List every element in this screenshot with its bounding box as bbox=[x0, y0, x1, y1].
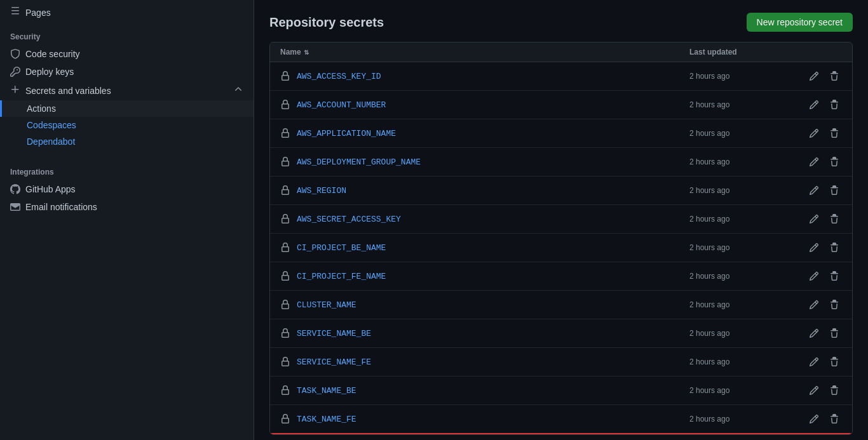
delete-button[interactable] bbox=[827, 326, 842, 341]
delete-button[interactable] bbox=[827, 69, 842, 84]
secret-name-cell: AWS_REGION bbox=[280, 185, 689, 196]
delete-button[interactable] bbox=[827, 154, 842, 170]
delete-button[interactable] bbox=[827, 97, 842, 112]
secrets-table: Name ⇅ Last updated AWS_ACCESS_KEY_ID 2 … bbox=[269, 42, 853, 435]
row-actions bbox=[804, 211, 842, 227]
sidebar-sub-item-codespaces[interactable]: Codespaces bbox=[0, 117, 254, 133]
actions-label: Actions bbox=[27, 103, 56, 114]
time-cell: 2 hours ago bbox=[689, 129, 804, 138]
secret-name: CI_PROJECT_FE_NAME bbox=[297, 272, 386, 281]
edit-button[interactable] bbox=[806, 240, 822, 255]
mail-icon bbox=[10, 202, 20, 212]
table-row: CLUSTER_NAME 2 hours ago bbox=[270, 291, 852, 319]
lock-icon bbox=[280, 185, 290, 196]
edit-button[interactable] bbox=[806, 154, 822, 170]
delete-button[interactable] bbox=[827, 354, 842, 370]
delete-button[interactable] bbox=[827, 269, 842, 284]
sort-icon: ⇅ bbox=[304, 49, 309, 56]
lock-icon bbox=[280, 357, 290, 367]
table-row: AWS_REGION 2 hours ago bbox=[270, 177, 852, 205]
time-cell: 2 hours ago bbox=[689, 243, 804, 252]
edit-button[interactable] bbox=[806, 69, 822, 84]
table-row: TASK_NAME_FE 2 hours ago bbox=[270, 405, 852, 434]
delete-button[interactable] bbox=[827, 126, 842, 141]
sidebar: Pages Security Code security Deploy keys… bbox=[0, 0, 254, 440]
row-actions bbox=[804, 383, 842, 398]
secret-name-cell: CI_PROJECT_FE_NAME bbox=[280, 271, 689, 281]
pages-icon bbox=[10, 6, 20, 18]
secret-name-cell: AWS_ACCOUNT_NUMBER bbox=[280, 100, 689, 110]
sidebar-item-email-notifications[interactable]: Email notifications bbox=[0, 198, 254, 216]
row-actions bbox=[804, 183, 842, 198]
time-cell: 2 hours ago bbox=[689, 415, 804, 423]
edit-button[interactable] bbox=[806, 383, 822, 398]
row-actions bbox=[804, 297, 842, 312]
secret-name-cell: CI_PROJECT_BE_NAME bbox=[280, 243, 689, 253]
sidebar-item-code-security[interactable]: Code security bbox=[0, 45, 254, 63]
secrets-icon bbox=[10, 84, 20, 97]
puzzle-icon bbox=[10, 184, 20, 194]
table-row: AWS_ACCESS_KEY_ID 2 hours ago bbox=[270, 62, 852, 91]
edit-button[interactable] bbox=[806, 269, 822, 284]
row-actions bbox=[804, 354, 842, 370]
delete-button[interactable] bbox=[827, 211, 842, 227]
edit-button[interactable] bbox=[806, 354, 822, 370]
dependabot-label: Dependabot bbox=[27, 137, 75, 147]
row-actions bbox=[804, 69, 842, 84]
table-row: AWS_DEPLOYMENT_GROUP_NAME 2 hours ago bbox=[270, 148, 852, 177]
row-actions bbox=[804, 154, 842, 170]
edit-button[interactable] bbox=[806, 297, 822, 312]
sidebar-item-pages[interactable]: Pages bbox=[0, 3, 254, 22]
secret-name-cell: AWS_APPLICATION_NAME bbox=[280, 128, 689, 138]
delete-button[interactable] bbox=[827, 240, 842, 255]
edit-button[interactable] bbox=[806, 126, 822, 141]
edit-button[interactable] bbox=[806, 211, 822, 227]
row-actions bbox=[804, 326, 842, 341]
delete-button[interactable] bbox=[827, 411, 842, 427]
lock-icon bbox=[280, 328, 290, 338]
lock-icon bbox=[280, 157, 290, 167]
key-icon bbox=[10, 67, 20, 77]
time-cell: 2 hours ago bbox=[689, 300, 804, 309]
lock-icon bbox=[280, 385, 290, 396]
edit-button[interactable] bbox=[806, 97, 822, 112]
table-row: SERVICE_NAME_FE 2 hours ago bbox=[270, 348, 852, 377]
secret-name-cell: AWS_ACCESS_KEY_ID bbox=[280, 71, 689, 81]
pages-label: Pages bbox=[25, 8, 51, 18]
table-row: AWS_SECRET_ACCESS_KEY 2 hours ago bbox=[270, 205, 852, 234]
edit-button[interactable] bbox=[806, 411, 822, 427]
table-row: TASK_NAME_BE 2 hours ago bbox=[270, 377, 852, 405]
actions-header bbox=[804, 48, 842, 57]
new-secret-button[interactable]: New repository secret bbox=[747, 13, 853, 32]
time-cell: 2 hours ago bbox=[689, 329, 804, 338]
time-cell: 2 hours ago bbox=[689, 215, 804, 223]
table-header: Name ⇅ Last updated bbox=[270, 43, 852, 62]
table-row: AWS_ACCOUNT_NUMBER 2 hours ago bbox=[270, 91, 852, 119]
edit-button[interactable] bbox=[806, 326, 822, 341]
name-header: Name ⇅ bbox=[280, 48, 689, 57]
table-row: AWS_APPLICATION_NAME 2 hours ago bbox=[270, 119, 852, 148]
secret-name: AWS_REGION bbox=[297, 186, 346, 196]
delete-button[interactable] bbox=[827, 383, 842, 398]
secret-name: AWS_ACCOUNT_NUMBER bbox=[297, 100, 386, 110]
secret-name-cell: SERVICE_NAME_FE bbox=[280, 357, 689, 367]
delete-button[interactable] bbox=[827, 183, 842, 198]
sidebar-item-deploy-keys[interactable]: Deploy keys bbox=[0, 63, 254, 81]
lock-icon bbox=[280, 71, 290, 81]
lock-icon bbox=[280, 100, 290, 110]
time-cell: 2 hours ago bbox=[689, 386, 804, 395]
secret-name: AWS_ACCESS_KEY_ID bbox=[297, 72, 381, 81]
delete-button[interactable] bbox=[827, 297, 842, 312]
sidebar-sub-item-dependabot[interactable]: Dependabot bbox=[0, 133, 254, 150]
secret-name-cell: TASK_NAME_BE bbox=[280, 385, 689, 396]
table-body: AWS_ACCESS_KEY_ID 2 hours ago AWS_ACCO bbox=[270, 62, 852, 434]
sidebar-item-secrets-variables[interactable]: Secrets and variables bbox=[0, 81, 254, 100]
chevron-up-icon bbox=[233, 84, 243, 97]
edit-button[interactable] bbox=[806, 183, 822, 198]
time-cell: 2 hours ago bbox=[689, 357, 804, 366]
sidebar-sub-item-actions[interactable]: Actions bbox=[0, 100, 254, 117]
email-notifications-label: Email notifications bbox=[25, 202, 97, 212]
time-cell: 2 hours ago bbox=[689, 157, 804, 166]
sidebar-item-github-apps[interactable]: GitHub Apps bbox=[0, 180, 254, 198]
table-row: CI_PROJECT_BE_NAME 2 hours ago bbox=[270, 234, 852, 262]
